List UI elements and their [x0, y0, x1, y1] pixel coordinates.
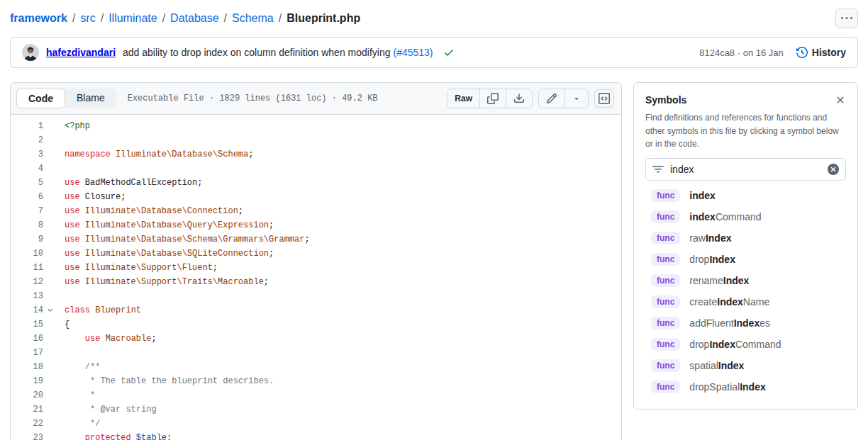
fold-spacer [43, 374, 57, 388]
line-content: use Illuminate\Support\Traits\Macroable; [57, 275, 269, 289]
code-line: 13 [11, 289, 621, 303]
line-number[interactable]: 4 [11, 162, 43, 176]
symbol-item[interactable]: funcdropSpatialIndex [645, 376, 846, 397]
copy-button[interactable] [479, 89, 506, 108]
line-number[interactable]: 3 [11, 147, 43, 162]
file-toolbar: Code Blame Executable File · 1829 lines … [11, 83, 621, 115]
symbols-panel: Symbols Find definitions and references … [633, 82, 858, 410]
code-line: 17 [11, 346, 621, 360]
code-line: 6use Closure; [11, 190, 621, 204]
symbol-item[interactable]: funcaddFluentIndexes [645, 312, 846, 334]
fold-spacer [43, 275, 57, 289]
line-content: namespace Illuminate\Database\Schema; [57, 147, 253, 162]
line-number[interactable]: 8 [11, 218, 43, 232]
avatar[interactable] [22, 44, 39, 61]
line-number[interactable]: 18 [11, 360, 43, 374]
code-line: 10use Illuminate\Database\SQLiteConnecti… [11, 247, 621, 261]
pencil-icon [546, 93, 557, 104]
breadcrumb-item-schema[interactable]: Schema [232, 12, 274, 25]
line-number[interactable]: 9 [11, 232, 43, 247]
line-number[interactable]: 21 [11, 402, 43, 417]
symbols-description: Find definitions and references for func… [645, 111, 846, 151]
code-line: 7use Illuminate\Database\Connection; [11, 204, 621, 218]
symbols-search-input[interactable]: index [670, 164, 821, 175]
code-line: 3namespace Illuminate\Database\Schema; [11, 147, 621, 162]
line-content: * [57, 388, 95, 402]
line-number[interactable]: 17 [11, 346, 43, 360]
line-number[interactable]: 6 [11, 190, 43, 204]
symbol-name: dropIndex [689, 254, 735, 265]
code-line: 21 * @var string [11, 402, 621, 417]
more-options-button[interactable] [835, 9, 858, 28]
edit-dropdown-button[interactable] [564, 89, 588, 108]
code-line: 2 [11, 133, 621, 147]
symbol-item[interactable]: funcrawIndex [645, 227, 846, 249]
edit-button[interactable] [539, 89, 564, 108]
code-line: 18 /** [11, 360, 621, 374]
line-number[interactable]: 15 [11, 317, 43, 332]
symbol-item[interactable]: funcindexCommand [645, 206, 846, 227]
commit-sha-date[interactable]: 8124ca8 · on 16 Jan [699, 47, 784, 58]
fold-spacer [43, 431, 57, 440]
fold-spacer [43, 119, 57, 133]
fold-spacer [43, 388, 57, 402]
line-content: protected $table; [57, 431, 172, 440]
symbol-item[interactable]: funcdropIndexCommand [645, 334, 846, 355]
symbol-item[interactable]: funcrenameIndex [645, 270, 846, 291]
symbols-search-box[interactable]: index [645, 158, 846, 181]
symbol-name: addFluentIndexes [689, 317, 770, 329]
tab-blame[interactable]: Blame [65, 89, 116, 108]
line-number[interactable]: 11 [11, 261, 43, 275]
line-content [57, 162, 65, 176]
line-number[interactable]: 22 [11, 417, 43, 431]
breadcrumb-item-framework[interactable]: framework [10, 12, 67, 25]
download-button[interactable] [506, 89, 532, 108]
line-number[interactable]: 7 [11, 204, 43, 218]
breadcrumb-item-src[interactable]: src [80, 12, 95, 25]
line-content: * The table the blueprint describes. [57, 374, 274, 388]
commit-message[interactable]: add ability to drop index on column defi… [123, 47, 390, 58]
fold-spacer [43, 289, 57, 303]
line-content: use Illuminate\Database\SQLiteConnection… [57, 247, 274, 261]
fold-toggle-chevron-down-icon[interactable] [43, 303, 57, 317]
code-line: 22 */ [11, 417, 621, 431]
line-number[interactable]: 12 [11, 275, 43, 289]
line-content: use Illuminate\Database\Schema\Grammars\… [57, 232, 310, 247]
breadcrumb-item-illuminate[interactable]: Illuminate [108, 12, 157, 25]
line-number[interactable]: 5 [11, 176, 43, 190]
breadcrumb-separator: / [162, 12, 165, 25]
raw-button[interactable]: Raw [447, 89, 479, 108]
symbol-item[interactable]: funcdropIndex [645, 249, 846, 270]
symbol-item[interactable]: funccreateIndexName [645, 291, 846, 312]
tab-code[interactable]: Code [16, 89, 65, 108]
commit-pr-link[interactable]: (#45513) [393, 47, 433, 58]
symbols-list: funcindexfuncindexCommandfuncrawIndexfun… [645, 185, 846, 397]
download-icon [513, 93, 525, 104]
line-number[interactable]: 20 [11, 388, 43, 402]
commit-author[interactable]: hafezdivandari [46, 47, 116, 58]
line-content: use Illuminate\Support\Fluent; [57, 261, 218, 275]
symbol-item[interactable]: funcindex [645, 185, 846, 206]
symbols-toggle-button[interactable] [594, 89, 614, 108]
line-number[interactable]: 10 [11, 247, 43, 261]
line-number[interactable]: 14 [11, 303, 43, 317]
symbol-item[interactable]: funcspatialIndex [645, 355, 846, 376]
search-clear-button[interactable] [828, 164, 839, 175]
code-line: 5use BadMethodCallException; [11, 176, 621, 190]
commit-meta: 8124ca8 · on 16 Jan History [699, 47, 846, 58]
line-number[interactable]: 16 [11, 332, 43, 346]
symbols-close-button[interactable] [835, 94, 846, 106]
history-icon [796, 47, 808, 58]
code-square-icon [599, 93, 610, 104]
line-number[interactable]: 19 [11, 374, 43, 388]
commit-status[interactable] [443, 47, 455, 58]
line-number[interactable]: 1 [11, 119, 43, 133]
history-label: History [812, 47, 846, 58]
line-content [57, 133, 65, 147]
breadcrumb-separator: / [279, 12, 282, 25]
history-button[interactable]: History [796, 47, 846, 58]
line-number[interactable]: 23 [11, 431, 43, 440]
breadcrumb-item-database[interactable]: Database [170, 12, 219, 25]
line-number[interactable]: 2 [11, 133, 43, 147]
line-number[interactable]: 13 [11, 289, 43, 303]
